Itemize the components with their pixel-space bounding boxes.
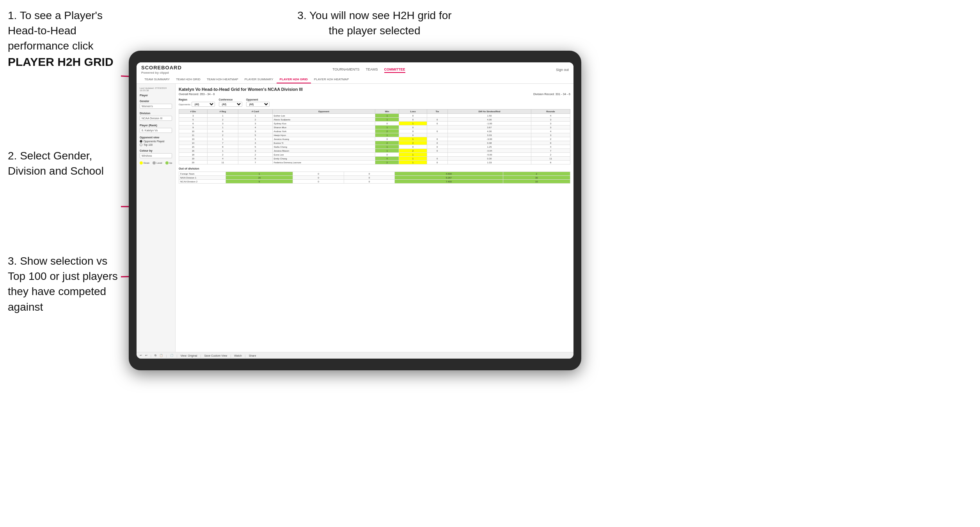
cell-loss: 0 (399, 129, 427, 133)
cell-conf: 4 (238, 126, 272, 129)
legend-up-dot (165, 161, 169, 164)
table-row: 10 6 3 Andrea York 2 0 0 4.00 4 (179, 129, 570, 133)
undo-btn[interactable]: ↩ (140, 354, 142, 357)
radio-opponents[interactable]: Opponents Played (140, 140, 172, 143)
cell-name: Andrea York (272, 129, 375, 133)
cell-div: 6 (179, 122, 208, 126)
nav-committee[interactable]: COMMITTEE (384, 67, 405, 73)
region-select[interactable]: (All) (192, 102, 215, 107)
ood-table-row: NAIA Division 1 15 0 0 9.267 30 (179, 176, 570, 180)
cell-div: 11 (179, 133, 208, 137)
ood-cell-win: 15 (226, 176, 293, 180)
clock-btn[interactable]: 🕐 (170, 354, 174, 357)
out-of-division-table: Foreign Team 1 0 0 4.500 2 NAIA Division… (179, 172, 570, 184)
table-row: 15 8 5 Stella Cheng 1 0 0 1.25 4 (179, 145, 570, 149)
radio-top100-dot (140, 143, 142, 146)
sub-nav-team-h2h-heatmap[interactable]: TEAM H2H HEATMAP (204, 76, 241, 83)
ood-cell-diff: 9.267 (395, 176, 503, 180)
conference-select[interactable]: (All) (219, 102, 242, 107)
player-rank-value[interactable]: 8. Katelyn Vo (140, 128, 172, 133)
cell-rounds: 9 (531, 141, 570, 145)
paste-btn[interactable]: 📋 (160, 354, 163, 357)
copy-btn[interactable]: ⧉ (154, 354, 156, 357)
ood-cell-name: NAIA Division 1 (179, 176, 226, 180)
cell-loss: 0 (399, 126, 427, 129)
view-original-btn[interactable]: View: Original (180, 354, 197, 357)
cell-reg: 4 (207, 157, 238, 161)
gender-label: Gender (140, 100, 172, 103)
col-tie: Tie (427, 110, 447, 114)
radio-top100-label: Top 100 (144, 143, 153, 146)
cell-rounds: 3 (531, 122, 570, 126)
cell-div: 3 (179, 114, 208, 118)
cell-win: 4 (375, 157, 399, 161)
cell-tie: 0 (427, 137, 447, 141)
watch-btn[interactable]: Watch (234, 354, 242, 357)
save-custom-btn[interactable]: Save Custom View (204, 354, 227, 357)
overall-record: Overall Record: 353 - 34 - 6 (179, 92, 215, 96)
colour-by-value[interactable]: Win/loss (140, 153, 172, 158)
cell-win: 0 (375, 137, 399, 141)
sub-nav-player-h2h-grid[interactable]: PLAYER H2H GRID (277, 76, 311, 83)
col-div: # Div (179, 110, 208, 114)
ood-cell-loss: 0 (293, 180, 344, 184)
division-value[interactable]: NCAA Division III (140, 116, 172, 121)
cell-reg: 2 (207, 118, 238, 122)
cell-reg: 1 (207, 114, 238, 118)
sub-nav-player-summary[interactable]: PLAYER SUMMARY (241, 76, 277, 83)
cell-conf: 2 (238, 153, 272, 157)
col-win: Win (375, 110, 399, 114)
cell-conf: 7 (238, 161, 272, 164)
sub-nav: TEAM SUMMARY TEAM H2H GRID TEAM H2H HEAT… (141, 76, 569, 83)
ood-cell-win: 1 (226, 172, 293, 176)
share-btn[interactable]: Share (249, 354, 256, 357)
cell-diff: 3.67 (447, 126, 531, 129)
ood-table-body: Foreign Team 1 0 0 4.500 2 NAIA Division… (179, 172, 570, 184)
cell-loss: 0 (399, 118, 427, 122)
redo-btn[interactable]: ↩ (145, 354, 147, 357)
ood-cell-tie: 0 (344, 180, 394, 184)
cell-loss: 2 (399, 141, 427, 145)
cell-rounds: 11 (531, 157, 570, 161)
ood-cell-rounds: 10 (503, 180, 570, 184)
cell-name: Jessica Huang (272, 137, 375, 141)
cell-reg: 6 (207, 129, 238, 133)
instruction-2-text: 2. Select Gender, Division and School (8, 150, 104, 177)
legend-level: Level (153, 161, 162, 164)
nav-teams[interactable]: TEAMS (366, 67, 378, 73)
cell-win: 2 (375, 129, 399, 133)
nav-tournaments[interactable]: TOURNAMENTS (332, 67, 359, 73)
sub-nav-team-h2h-grid[interactable]: TEAM H2H GRID (173, 76, 204, 83)
ood-cell-diff: 4.500 (395, 172, 503, 176)
cell-diff: -0.94 (447, 149, 531, 153)
cell-loss: 0 (399, 133, 427, 137)
gender-value[interactable]: Women's (140, 104, 172, 109)
logo-sub: Powered by clippd (141, 71, 182, 75)
sub-nav-team-summary[interactable]: TEAM SUMMARY (141, 76, 173, 83)
cell-div: 13 (179, 137, 208, 141)
instruction-1-bold: PLAYER H2H GRID (8, 55, 114, 68)
cell-name: Emily Chang (272, 157, 375, 161)
col-diff: Diff Av Strokes/Rnd (447, 110, 531, 114)
cell-reg: 1 (207, 126, 238, 129)
opponent-select[interactable]: (All) (246, 102, 270, 107)
cell-conf: 2 (238, 118, 272, 122)
sign-out[interactable]: Sign out (556, 68, 569, 72)
cell-div: 20 (179, 161, 208, 164)
radio-top100[interactable]: Top 100 (140, 143, 172, 146)
ood-table-row: Foreign Team 1 0 0 4.500 2 (179, 172, 570, 176)
cell-tie: 0 (427, 129, 447, 133)
opponents-label: Opponents: (All) (179, 102, 215, 107)
legend-down: Down (140, 161, 149, 164)
cell-conf: 3 (238, 122, 272, 126)
cell-name: Jessica Mason (272, 149, 375, 153)
cell-diff: 1.25 (447, 145, 531, 149)
cell-div: 19 (179, 157, 208, 161)
ood-cell-name: Foreign Team (179, 172, 226, 176)
table-row: 5 2 2 Alexis Sudjianto 1 0 0 4.00 3 (179, 118, 570, 122)
table-row: 11 2 5 Heejo Hyun 1 0 3.33 3 (179, 133, 570, 137)
player-section: Player (140, 94, 172, 97)
sub-nav-player-h2h-heatmap[interactable]: PLAYER H2H HEATMAP (311, 76, 352, 83)
out-of-division-label: Out of division (179, 167, 570, 170)
timestamp: Last Updated: 27/03/2024 16:55:38 (140, 87, 172, 92)
